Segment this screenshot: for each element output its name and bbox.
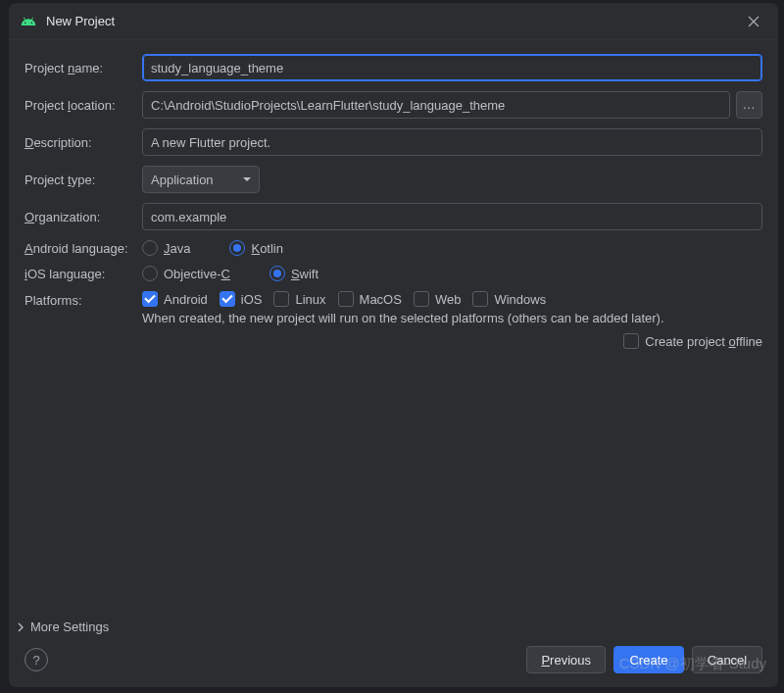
radio-icon [142, 240, 158, 256]
project-location-input[interactable] [142, 91, 730, 119]
description-label: Description: [24, 135, 142, 150]
chevron-right-icon [15, 621, 26, 633]
description-input[interactable] [142, 128, 762, 156]
close-icon [748, 16, 760, 27]
checkbox-icon [623, 333, 639, 349]
ios-lang-swift-radio[interactable]: Swift [270, 266, 318, 281]
project-type-select[interactable]: Application [142, 166, 260, 193]
android-lang-kotlin-radio[interactable]: Kotlin [229, 240, 283, 256]
checkbox-icon [142, 291, 158, 307]
organization-label: Organization: [24, 210, 142, 224]
checkbox-icon [414, 291, 429, 307]
new-project-dialog: New Project Project name: Project locati… [8, 2, 779, 688]
previous-button[interactable]: Previous [526, 646, 606, 673]
organization-input[interactable] [142, 203, 762, 230]
help-button[interactable]: ? [24, 648, 48, 671]
cancel-button[interactable]: Cancel [692, 646, 762, 673]
platform-macos-checkbox[interactable]: MacOS [338, 291, 402, 307]
close-button[interactable] [741, 9, 766, 34]
project-location-label: Project location: [24, 98, 142, 113]
android-language-label: Android language: [24, 241, 142, 256]
ios-language-label: iOS language: [24, 267, 142, 281]
dialog-footer: ? Previous Create Cancel [9, 646, 778, 687]
checkbox-icon [220, 291, 235, 307]
platform-android-checkbox[interactable]: Android [142, 291, 208, 307]
create-offline-checkbox[interactable]: Create project offline [623, 333, 762, 349]
form-content: Project name: Project location: ... Desc… [9, 40, 778, 612]
more-settings-toggle[interactable]: More Settings [15, 619, 778, 634]
create-button[interactable]: Create [613, 646, 684, 673]
project-name-label: Project name: [24, 61, 142, 75]
titlebar: New Project [9, 3, 778, 40]
project-type-label: Project type: [24, 173, 142, 187]
platform-windows-checkbox[interactable]: Windows [472, 291, 546, 307]
checkbox-icon [273, 291, 289, 307]
ios-lang-objc-radio[interactable]: Objective-C [142, 266, 230, 281]
radio-icon [229, 240, 245, 256]
browse-location-button[interactable]: ... [736, 91, 762, 119]
android-lang-java-radio[interactable]: Java [142, 240, 190, 256]
radio-icon [270, 266, 285, 281]
dialog-title: New Project [46, 14, 741, 28]
project-name-input[interactable] [142, 54, 762, 81]
checkbox-icon [338, 291, 354, 307]
platform-linux-checkbox[interactable]: Linux [273, 291, 325, 307]
checkbox-icon [472, 291, 488, 307]
android-icon [21, 14, 36, 29]
platforms-label: Platforms: [24, 291, 142, 308]
radio-icon [142, 266, 158, 281]
platforms-note: When created, the new project will run o… [142, 311, 762, 325]
platform-ios-checkbox[interactable]: iOS [220, 291, 263, 307]
platform-web-checkbox[interactable]: Web [414, 291, 462, 307]
